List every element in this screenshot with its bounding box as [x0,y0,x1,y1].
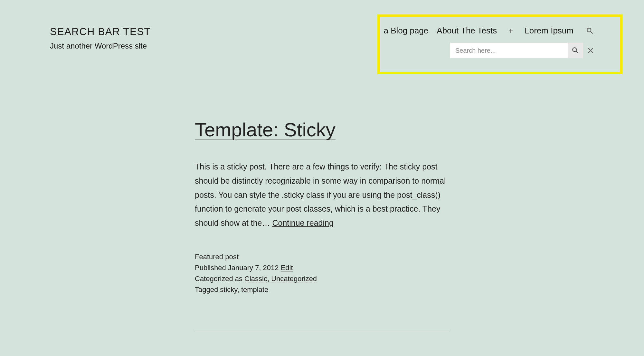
category-link-classic[interactable]: Classic [244,275,267,283]
post-divider [195,331,449,331]
search-close-button[interactable] [583,47,594,54]
close-icon [587,47,594,54]
submenu-toggle-button[interactable]: + [507,26,514,35]
search-submit-button[interactable] [568,43,583,58]
primary-nav: a Blog page About The Tests + Lorem Ipsu… [384,26,594,36]
site-tagline: Just another WordPress site [50,41,151,50]
search-form [384,43,594,58]
post-title-link[interactable]: Template: Sticky [195,119,449,141]
site-header: SEARCH BAR TEST Just another WordPress s… [0,0,644,58]
search-icon [586,27,594,35]
tagged-label: Tagged [195,286,220,294]
post-meta: Featured post Published January 7, 2012 … [195,253,449,294]
search-toggle-button[interactable] [586,27,594,35]
nav-link-about[interactable]: About The Tests [437,26,497,36]
tag-link-template[interactable]: template [241,286,268,294]
published-label: Published [195,264,228,272]
search-icon [571,46,580,55]
excerpt-text: This is a sticky post. There are a few t… [195,162,446,227]
edit-link[interactable]: Edit [281,264,293,272]
nav-wrapper: a Blog page About The Tests + Lorem Ipsu… [384,26,594,58]
categorized-label: Categorized as [195,275,244,283]
nav-link-lorem[interactable]: Lorem Ipsum [525,26,573,36]
continue-reading-link[interactable]: Continue reading [272,218,333,227]
categories-line: Categorized as Classic, Uncategorized [195,275,449,283]
post-excerpt: This is a sticky post. There are a few t… [195,160,449,230]
published-line: Published January 7, 2012 Edit [195,264,449,272]
site-branding: SEARCH BAR TEST Just another WordPress s… [50,26,151,50]
search-input[interactable] [450,43,568,58]
tags-line: Tagged sticky, template [195,286,449,294]
featured-label: Featured post [195,253,449,261]
post: Template: Sticky This is a sticky post. … [195,119,449,294]
category-link-uncategorized[interactable]: Uncategorized [271,275,317,283]
site-title[interactable]: SEARCH BAR TEST [50,26,151,38]
nav-link-blog[interactable]: a Blog page [384,26,429,36]
tag-link-sticky[interactable]: sticky [220,286,237,294]
published-date: January 7, 2012 [228,264,279,272]
main-content: Template: Sticky This is a sticky post. … [188,119,456,331]
